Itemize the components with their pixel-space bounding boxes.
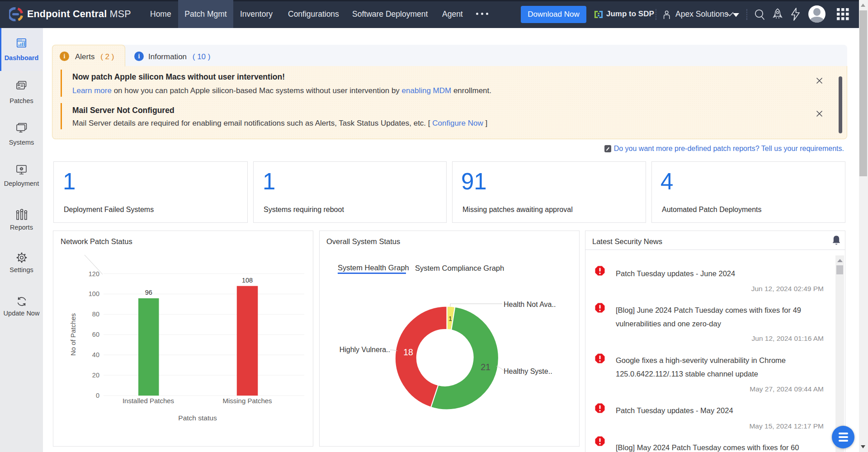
svg-text:Missing Patches: Missing Patches: [222, 397, 272, 405]
svg-text:96: 96: [145, 289, 152, 296]
svg-text:100: 100: [89, 290, 99, 297]
svg-text:Healthy Syste..: Healthy Syste..: [504, 367, 552, 375]
svg-text:120: 120: [89, 270, 99, 278]
svg-text:21: 21: [481, 362, 491, 372]
svg-text:1: 1: [448, 315, 452, 322]
svg-text:108: 108: [242, 277, 253, 284]
svg-text:No of Patches: No of Patches: [69, 313, 77, 356]
svg-text:Highly Vulnera..: Highly Vulnera..: [340, 346, 390, 353]
svg-text:18: 18: [403, 347, 413, 357]
svg-text:Installed Patches: Installed Patches: [123, 397, 174, 405]
svg-text:60: 60: [92, 331, 99, 338]
svg-text:40: 40: [92, 351, 99, 358]
svg-text:80: 80: [92, 311, 99, 318]
svg-text:Health Not Ava..: Health Not Ava..: [504, 301, 556, 308]
svg-text:0: 0: [96, 392, 99, 399]
svg-text:Patch status: Patch status: [178, 414, 217, 422]
svg-text:20: 20: [92, 372, 99, 379]
